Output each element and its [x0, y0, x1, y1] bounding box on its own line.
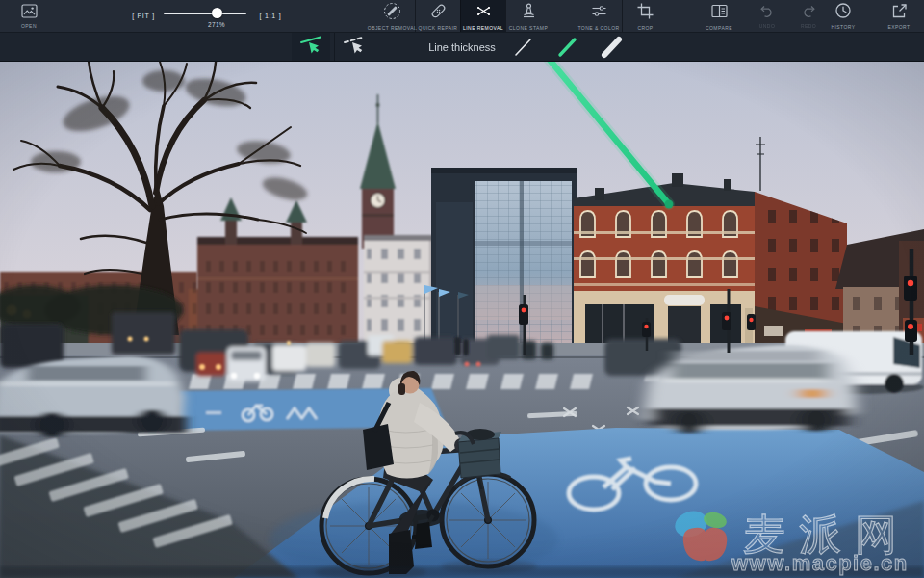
tool-label: LINE REMOVAL: [463, 26, 503, 31]
tool-tone-color[interactable]: TONE & COLOR: [576, 0, 622, 32]
clock-icon: [834, 2, 852, 23]
redo-button[interactable]: REDO: [791, 0, 826, 32]
open-label: OPEN: [21, 24, 37, 29]
tool-label: CLONE STAMP: [509, 26, 548, 31]
pointer-solid-line-icon: [299, 34, 322, 61]
undo-button[interactable]: UNDO: [750, 0, 784, 32]
export-label: EXPORT: [887, 25, 910, 30]
stamp-icon: [520, 2, 538, 24]
line-thickness-label: Line thickness: [404, 33, 520, 61]
tool-clone-stamp[interactable]: CLONE STAMP: [505, 0, 551, 32]
tool-label: TONE & COLOR: [578, 26, 619, 31]
tool-compare[interactable]: COMPARE: [696, 0, 742, 32]
redo-label: REDO: [801, 24, 816, 29]
dashed-circle-eraser-icon: [383, 2, 401, 24]
one-to-one-zoom-button[interactable]: [ 1:1 ]: [254, 0, 287, 32]
thickness-thin[interactable]: [503, 33, 542, 61]
undo-label: UNDO: [759, 24, 776, 29]
main-toolbar: OPEN [ FIT ] 271% [ 1:1 ] OBJECT REMOVAL…: [0, 0, 924, 32]
redo-arrow-icon: [801, 4, 816, 22]
open-button[interactable]: OPEN: [4, 0, 54, 32]
photo-editor-window: OPEN [ FIT ] 271% [ 1:1 ] OBJECT REMOVAL…: [0, 0, 924, 578]
tool-label: OBJECT REMOVAL: [368, 26, 417, 31]
tool-crop[interactable]: CROP: [622, 0, 668, 32]
image-icon: [21, 4, 38, 22]
zoom-slider[interactable]: 271%: [164, 0, 246, 32]
crossed-lines-icon: [475, 2, 493, 24]
history-label: HISTORY: [831, 25, 855, 30]
tool-label: CROP: [637, 26, 653, 31]
thickness-medium-selected[interactable]: [548, 33, 586, 61]
medium-line-icon: [554, 35, 579, 60]
bandage-icon: [429, 2, 448, 24]
zoom-slider-track[interactable]: [164, 13, 246, 14]
thickness-thick[interactable]: [592, 33, 630, 61]
history-button[interactable]: HISTORY: [822, 0, 864, 32]
zoom-slider-knob[interactable]: [212, 8, 222, 18]
tool-options-bar: Line thickness: [0, 32, 924, 62]
tool-label: QUICK REPAIR: [419, 26, 458, 31]
vignette: [0, 62, 924, 578]
tool-quick-repair[interactable]: QUICK REPAIR: [415, 0, 460, 32]
photo-canvas[interactable]: [0, 62, 924, 578]
share-icon: [891, 3, 908, 23]
tool-label: COMPARE: [706, 26, 732, 31]
tool-line-removal[interactable]: LINE REMOVAL: [460, 0, 505, 32]
zoom-value: 271%: [175, 21, 258, 28]
mode-remove-line-segment[interactable]: [334, 33, 372, 61]
mode-remove-whole-line[interactable]: [292, 33, 330, 61]
thin-line-icon: [510, 35, 535, 60]
crop-icon: [636, 2, 654, 24]
split-view-icon: [710, 2, 729, 24]
sliders-icon: [590, 2, 608, 24]
fit-zoom-button[interactable]: [ FIT ]: [127, 0, 160, 32]
pointer-dashed-line-icon: [343, 34, 366, 61]
undo-arrow-icon: [759, 4, 775, 22]
export-button[interactable]: EXPORT: [878, 0, 920, 32]
tool-object-removal[interactable]: OBJECT REMOVAL: [370, 0, 415, 32]
thick-line-icon: [599, 35, 624, 60]
